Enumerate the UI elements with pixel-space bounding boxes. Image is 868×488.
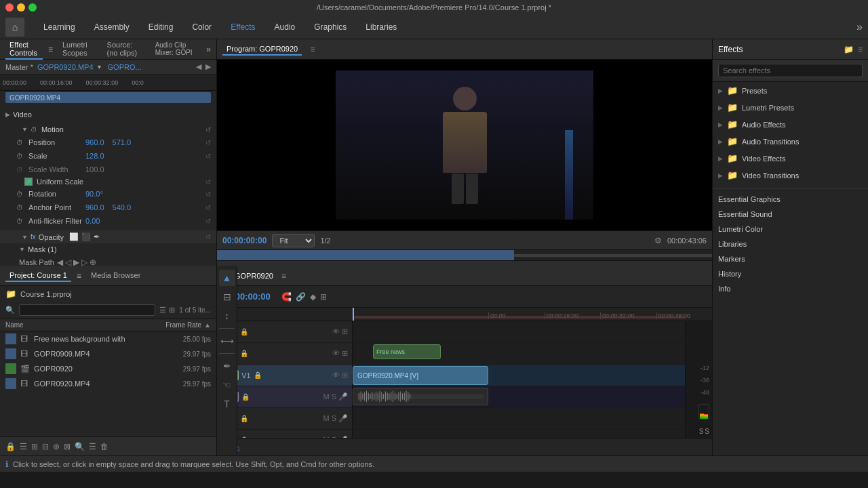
tl-add-marker-icon[interactable]: ◆ xyxy=(310,292,316,302)
track-s-a2[interactable]: S xyxy=(332,414,336,423)
tool-select[interactable]: ▲ xyxy=(219,270,235,286)
scale-stopwatch-icon[interactable]: ⏱ xyxy=(16,152,26,160)
opacity-blend-icon[interactable]: ⬜ xyxy=(69,232,79,241)
list-item[interactable]: 🎞 Free news background with 25.00 fps xyxy=(0,331,216,346)
uniform-scale-reset-icon[interactable]: ↺ xyxy=(205,178,211,186)
clip-name-label[interactable]: GOPR0920.MP4 xyxy=(37,63,94,71)
project-list-icon[interactable]: ☰ xyxy=(20,442,27,451)
project-new-bin-icon[interactable]: 🔒 xyxy=(5,442,16,451)
effects-search-input[interactable] xyxy=(718,64,863,77)
list-item[interactable]: 🎞 GOPR0920.MP4 29.97 fps xyxy=(0,376,216,391)
opacity-reset-icon[interactable]: ↺ xyxy=(205,233,211,241)
project-delete-icon[interactable]: 🗑 xyxy=(100,442,108,451)
project-list-view-icon[interactable]: ☰ xyxy=(159,306,166,314)
scale-value[interactable]: 128.0 xyxy=(85,152,104,160)
clip-free-news[interactable]: Free news xyxy=(373,344,441,359)
menu-more-button[interactable]: » xyxy=(856,21,863,33)
effects-menu-icon[interactable]: ≡ xyxy=(858,45,863,54)
menu-color[interactable]: Color xyxy=(184,20,220,35)
project-icon-view-icon[interactable]: ⊞ xyxy=(169,306,175,314)
menu-assembly[interactable]: Assembly xyxy=(86,20,138,35)
menu-audio[interactable]: Audio xyxy=(267,20,304,35)
track-content-v2[interactable]: Free news xyxy=(353,343,685,365)
panel-more-icon[interactable]: » xyxy=(206,45,211,54)
list-item[interactable]: 🎬 GOPR0920 29.97 fps xyxy=(0,361,216,376)
effects-item-lumetri-presets[interactable]: ▶ 📁 Lumetri Presets xyxy=(713,99,868,116)
panel-history[interactable]: History xyxy=(713,266,868,281)
menu-learning[interactable]: Learning xyxy=(35,20,83,35)
track-lock-v1[interactable]: 🔒 xyxy=(254,371,262,379)
tool-pen[interactable]: ✒ xyxy=(219,358,235,374)
project-new-item-icon[interactable]: ☰ xyxy=(89,442,96,451)
clip-dropdown-icon[interactable]: ▾ xyxy=(98,63,101,70)
close-window-button[interactable] xyxy=(5,3,14,12)
rotation-reset-icon[interactable]: ↺ xyxy=(205,190,211,198)
pm-progress-bar[interactable] xyxy=(217,249,712,260)
project-icon-view-btn[interactable]: ⊞ xyxy=(31,442,38,451)
position-x-value[interactable]: 960.0 xyxy=(85,138,104,146)
tab-audio-mixer[interactable]: Audio Clip Mixer: GOPI xyxy=(151,40,201,59)
position-stopwatch-icon[interactable]: ⏱ xyxy=(16,139,26,146)
project-col-name[interactable]: Name xyxy=(5,321,147,329)
vol-s2-button[interactable]: S xyxy=(705,428,709,435)
home-button[interactable]: ⌂ xyxy=(5,18,24,37)
track-content-v3[interactable] xyxy=(353,321,685,343)
tool-ripple[interactable]: ⟷ xyxy=(219,333,235,349)
anchor-x-value[interactable]: 960.0 xyxy=(85,203,104,211)
menu-effects[interactable]: Effects xyxy=(222,20,263,35)
tl-link-icon[interactable]: 🔗 xyxy=(296,292,306,302)
video-section-header[interactable]: ▶ Video xyxy=(0,108,216,121)
anti-flicker-stopwatch-icon[interactable]: ⏱ xyxy=(16,218,26,225)
position-y-value[interactable]: 571.0 xyxy=(113,138,132,146)
mask-header[interactable]: ▼ Mask (1) xyxy=(0,243,216,256)
rotation-value[interactable]: 90.0° xyxy=(85,190,103,198)
anti-flicker-reset-icon[interactable]: ↺ xyxy=(205,218,211,225)
motion-reset-icon[interactable]: ↺ xyxy=(205,126,211,134)
project-sort-icon[interactable]: ⊕ xyxy=(53,442,60,451)
pm-timecode-display[interactable]: 00:00:00:00 xyxy=(222,236,267,245)
timeline-menu-icon[interactable]: ≡ xyxy=(281,271,286,281)
effects-item-audio-transitions[interactable]: ▶ 📁 Audio Transitions xyxy=(713,133,868,150)
vol-s-button[interactable]: S xyxy=(699,428,704,435)
clip-name2-label[interactable]: GOPRO... xyxy=(108,63,142,71)
rotation-stopwatch-icon[interactable]: ⏱ xyxy=(16,190,26,198)
tl-insert-icon[interactable]: ⊞ xyxy=(320,292,327,302)
track-mic-a1[interactable]: 🎤 xyxy=(338,392,348,401)
timeline-playhead[interactable] xyxy=(353,308,354,321)
project-sort-icon[interactable]: ▲ xyxy=(204,321,211,329)
tab-media-browser[interactable]: Media Browser xyxy=(87,270,144,282)
track-content-a3[interactable] xyxy=(353,430,685,438)
tab-source[interactable]: Source: (no clips) xyxy=(103,39,146,60)
panel-essential-graphics[interactable]: Essential Graphics xyxy=(713,192,868,207)
maximize-window-button[interactable] xyxy=(28,3,37,12)
tab-project[interactable]: Project: Course 1 xyxy=(5,270,71,282)
tab-lumetri-scopes[interactable]: Lumetri Scopes xyxy=(58,39,98,60)
tl-snap-icon[interactable]: 🧲 xyxy=(281,292,292,302)
track-eye-v3[interactable]: 👁 xyxy=(332,327,340,336)
anchor-stopwatch-icon[interactable]: ⏱ xyxy=(16,204,26,211)
track-eye-v1[interactable]: 👁 xyxy=(332,371,340,380)
track-lock-a2[interactable]: 🔒 xyxy=(240,415,248,422)
tool-type[interactable]: T xyxy=(219,396,235,412)
effects-item-video-effects[interactable]: ▶ 📁 Video Effects xyxy=(713,150,868,167)
list-item[interactable]: 🎞 GOPR0909.MP4 29.97 fps xyxy=(0,346,216,361)
clip-gopr0920-audio[interactable] xyxy=(353,388,488,405)
tab-effect-controls[interactable]: Effect Controls xyxy=(5,39,43,60)
menu-editing[interactable]: Editing xyxy=(140,20,182,35)
track-m-a2[interactable]: M xyxy=(323,414,329,423)
panel-lumetri-color[interactable]: Lumetri Color xyxy=(713,222,868,237)
tool-hand[interactable]: ☜ xyxy=(219,377,235,393)
panel-markers[interactable]: Markers xyxy=(713,251,868,266)
track-mute-v2[interactable]: ⊞ xyxy=(342,349,348,358)
menu-libraries[interactable]: Libraries xyxy=(357,20,405,35)
opacity-blend-icon2[interactable]: ⬛ xyxy=(81,232,91,241)
effect-controls-menu-icon[interactable]: ≡ xyxy=(48,45,53,54)
motion-stopwatch-icon[interactable]: ⏱ xyxy=(31,126,37,134)
track-content-a2[interactable] xyxy=(353,408,685,430)
track-mute-v1[interactable]: ⊞ xyxy=(342,371,348,380)
motion-header[interactable]: ▼ ⏱ Motion ↺ xyxy=(0,123,216,136)
navigate-right-icon[interactable]: ▶ xyxy=(205,62,211,71)
program-monitor-menu-icon[interactable]: ≡ xyxy=(310,45,315,54)
navigate-left-icon[interactable]: ◀ xyxy=(196,62,201,71)
effects-item-audio-effects[interactable]: ▶ 📁 Audio Effects xyxy=(713,116,868,133)
